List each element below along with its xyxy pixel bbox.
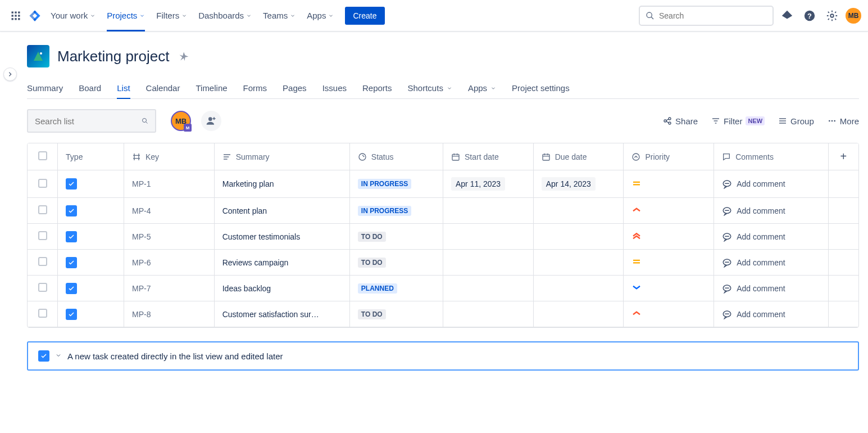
table-row[interactable]: MP-6Reviews campaignTO DOAdd comment: [28, 250, 858, 276]
create-button[interactable]: Create: [345, 7, 384, 25]
issue-key[interactable]: MP-6: [132, 258, 151, 267]
add-column-button[interactable]: +: [840, 150, 847, 163]
add-comment-button[interactable]: Add comment: [722, 206, 820, 216]
star-project-button[interactable]: [177, 49, 190, 63]
table-row[interactable]: MP-5Customer testimonialsTO DOAdd commen…: [28, 224, 858, 250]
tab-timeline[interactable]: Timeline: [196, 78, 227, 98]
tab-apps[interactable]: Apps: [468, 78, 496, 98]
column-header-due-date[interactable]: Due date: [542, 152, 616, 161]
tab-calendar[interactable]: Calendar: [146, 78, 180, 98]
nav-item-apps[interactable]: Apps: [301, 0, 339, 31]
tab-project-settings[interactable]: Project settings: [512, 78, 570, 98]
help-icon[interactable]: ?: [801, 7, 819, 25]
tab-list[interactable]: List: [117, 78, 130, 98]
chevron-down-icon[interactable]: [55, 351, 62, 360]
status-icon: [358, 152, 367, 161]
add-comment-button[interactable]: Add comment: [722, 258, 820, 268]
column-header-start-date[interactable]: Start date: [451, 152, 525, 161]
project-header: Marketing project: [27, 45, 859, 67]
tab-reports[interactable]: Reports: [362, 78, 392, 98]
column-header-status[interactable]: Status: [358, 152, 435, 161]
row-checkbox[interactable]: [38, 205, 47, 214]
row-checkbox[interactable]: [38, 283, 47, 292]
add-comment-button[interactable]: Add comment: [722, 179, 820, 189]
tab-issues[interactable]: Issues: [322, 78, 347, 98]
tab-shortcuts[interactable]: Shortcuts: [408, 78, 452, 98]
svg-rect-8: [18, 18, 20, 20]
filter-button[interactable]: Filter NEW: [711, 116, 765, 126]
group-button[interactable]: Group: [778, 116, 814, 126]
column-header-type[interactable]: Type: [66, 152, 116, 161]
status-lozenge[interactable]: TO DO: [358, 232, 386, 242]
issue-key[interactable]: MP-8: [132, 310, 151, 319]
status-lozenge[interactable]: TO DO: [358, 258, 386, 268]
nav-item-projects[interactable]: Projects: [101, 0, 151, 31]
issue-key[interactable]: MP-4: [132, 206, 151, 215]
tab-summary[interactable]: Summary: [27, 78, 63, 98]
create-issue-text[interactable]: A new task created directly in the list …: [67, 351, 283, 361]
add-comment-button[interactable]: Add comment: [722, 283, 820, 294]
svg-rect-38: [452, 154, 459, 160]
issue-key[interactable]: MP-1: [132, 179, 151, 188]
issue-summary[interactable]: Customer satisfaction sur…: [222, 310, 319, 319]
issue-summary[interactable]: Customer testimonials: [222, 232, 301, 241]
tab-pages[interactable]: Pages: [283, 78, 307, 98]
column-header-key[interactable]: Key: [132, 152, 206, 161]
issue-summary[interactable]: Marketing plan: [222, 179, 274, 188]
table-row[interactable]: MP-8Customer satisfaction sur…TO DOAdd c…: [28, 301, 858, 327]
start-date[interactable]: Apr 11, 2023: [451, 177, 505, 191]
svg-rect-6: [12, 18, 13, 20]
status-lozenge[interactable]: IN PROGRESS: [358, 206, 411, 216]
table-row[interactable]: MP-1Marketing planIN PROGRESSApr 11, 202…: [28, 170, 858, 198]
issue-summary[interactable]: Reviews campaign: [222, 258, 289, 267]
priority-highest-icon: [631, 231, 642, 241]
issue-key[interactable]: MP-7: [132, 284, 151, 293]
more-button[interactable]: More: [828, 116, 859, 126]
nav-item-teams[interactable]: Teams: [257, 0, 301, 31]
create-issue-inline[interactable]: A new task created directly in the list …: [27, 341, 859, 371]
issue-key[interactable]: MP-5: [132, 232, 151, 241]
add-comment-button[interactable]: Add comment: [722, 309, 820, 319]
app-switcher-icon[interactable]: [7, 7, 25, 25]
share-label: Share: [675, 116, 698, 126]
due-date[interactable]: Apr 14, 2023: [542, 177, 596, 191]
table-row[interactable]: MP-7Ideas backlogPLANNEDAdd comment: [28, 276, 858, 301]
svg-point-33: [834, 120, 835, 122]
global-search-input[interactable]: [659, 11, 767, 20]
nav-item-filters[interactable]: Filters: [151, 0, 193, 31]
issue-summary[interactable]: Content plan: [222, 206, 267, 215]
table-row[interactable]: MP-4Content planIN PROGRESSAdd comment: [28, 198, 858, 224]
tab-forms[interactable]: Forms: [243, 78, 267, 98]
nav-item-dashboards[interactable]: Dashboards: [193, 0, 257, 31]
nav-item-your-work[interactable]: Your work: [45, 0, 101, 31]
status-lozenge[interactable]: TO DO: [358, 309, 386, 319]
add-person-button[interactable]: [201, 111, 221, 131]
tab-board[interactable]: Board: [79, 78, 101, 98]
share-button[interactable]: Share: [663, 116, 698, 126]
select-all-checkbox[interactable]: [38, 151, 47, 160]
svg-point-37: [359, 154, 366, 160]
task-type-icon: [66, 178, 77, 190]
add-comment-button[interactable]: Add comment: [722, 232, 820, 242]
settings-icon[interactable]: [823, 7, 841, 25]
list-search-input[interactable]: [35, 116, 142, 126]
global-search[interactable]: [639, 6, 774, 26]
notifications-icon[interactable]: [778, 7, 796, 25]
row-checkbox[interactable]: [38, 179, 47, 188]
row-checkbox[interactable]: [38, 231, 47, 240]
row-checkbox[interactable]: [38, 257, 47, 266]
user-avatar[interactable]: MB: [846, 8, 861, 24]
column-header-comments[interactable]: Comments: [722, 152, 820, 161]
assignee-avatar[interactable]: MB M: [171, 111, 191, 131]
row-checkbox[interactable]: [38, 309, 47, 318]
jira-logo-icon[interactable]: [26, 7, 44, 25]
sidebar-expand-toggle[interactable]: [3, 67, 17, 81]
column-header-summary[interactable]: Summary: [222, 152, 342, 161]
svg-rect-0: [12, 11, 13, 13]
status-lozenge[interactable]: IN PROGRESS: [358, 179, 411, 189]
column-header-priority[interactable]: Priority: [631, 152, 706, 161]
issue-summary[interactable]: Ideas backlog: [222, 284, 271, 293]
status-lozenge[interactable]: PLANNED: [358, 283, 397, 294]
comment-icon: [722, 309, 732, 319]
list-search[interactable]: [27, 109, 156, 133]
